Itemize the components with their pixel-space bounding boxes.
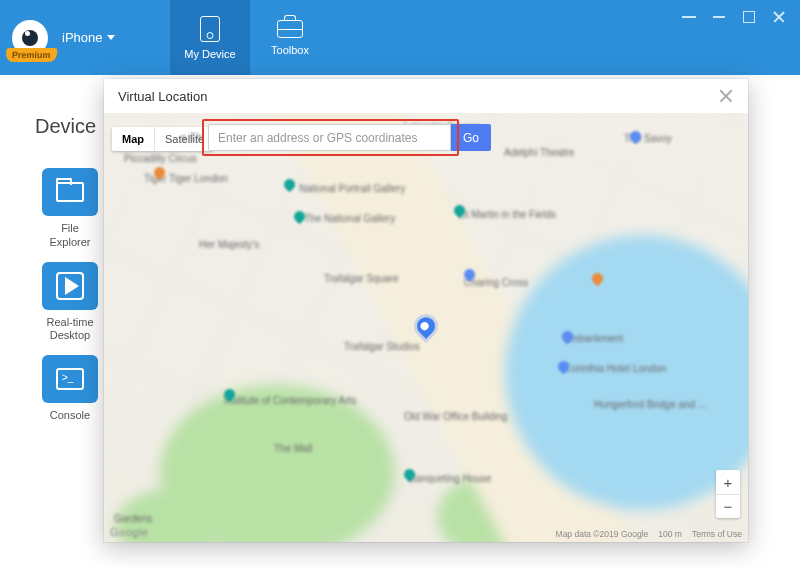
location-search-input[interactable]	[208, 124, 451, 151]
terminal-icon	[42, 355, 98, 403]
map-place-label: The Mall	[274, 443, 312, 454]
shortcut-realtime-desktop[interactable]: Real-timeDesktop	[35, 262, 105, 344]
map-place-label: Gardens	[114, 513, 152, 524]
shortcut-label: FileExplorer	[50, 222, 91, 250]
app-logo: Premium	[12, 20, 48, 56]
premium-badge: Premium	[6, 48, 57, 62]
folder-icon	[42, 168, 98, 216]
map-place-label: Corinthia Hotel London	[564, 363, 666, 374]
logo-area: Premium iPhone	[0, 0, 170, 75]
map-place-label: Trafalgar Studios	[344, 341, 420, 352]
tab-label: Toolbox	[271, 44, 309, 56]
map-provider-logo: Google	[110, 526, 148, 538]
menu-button[interactable]	[682, 10, 696, 24]
shortcut-label: Console	[50, 409, 90, 423]
shortcut-console[interactable]: Console	[35, 355, 105, 423]
map-place-label: Her Majesty's	[199, 239, 259, 250]
tab-label: My Device	[184, 48, 235, 60]
close-icon[interactable]	[718, 88, 734, 104]
app-header: Premium iPhone My Device Toolbox	[0, 0, 800, 75]
modal-header: Virtual Location	[104, 79, 748, 113]
map-decor-text: s Th	[181, 131, 202, 143]
map-place-label: St Martin in the Fields	[459, 209, 556, 220]
map-place-label: Old War Office Building	[404, 411, 507, 422]
map-place-label: Institute of Contemporary Arts	[224, 395, 356, 406]
map-attribution: Map data ©2019 Google 100 m Terms of Use	[556, 529, 742, 539]
tab-toolbox[interactable]: Toolbox	[250, 0, 330, 75]
zoom-out-button[interactable]: −	[716, 494, 740, 518]
zoom-in-button[interactable]: +	[716, 470, 740, 494]
map-place-label: The National Gallery	[304, 213, 395, 224]
device-selector-dropdown[interactable]: iPhone	[62, 30, 115, 45]
map-place-label: Adelphi Theatre	[504, 147, 574, 158]
minimize-button[interactable]	[712, 10, 726, 24]
maximize-button[interactable]	[742, 10, 756, 24]
map-canvas[interactable]: Leicester SquareThe SavoyAdelphi Theatre…	[104, 113, 748, 542]
shortcut-file-explorer[interactable]: FileExplorer	[35, 168, 105, 250]
map-credit-item: 100 m	[658, 529, 682, 539]
close-window-button[interactable]	[772, 10, 786, 24]
map-place-label: Charing Cross	[464, 277, 528, 288]
location-search: Go	[208, 124, 491, 151]
modal-title: Virtual Location	[118, 89, 207, 104]
map-zoom-control: + −	[716, 470, 740, 518]
briefcase-icon	[277, 20, 303, 38]
tablet-icon	[200, 16, 220, 42]
tab-my-device[interactable]: My Device	[170, 0, 250, 75]
shortcut-label: Real-timeDesktop	[46, 316, 93, 344]
map-place-label: Hungerford Bridge and ...	[594, 399, 706, 410]
map-place-label: Trafalgar Square	[324, 273, 399, 284]
map-credit-item[interactable]: Terms of Use	[692, 529, 742, 539]
chevron-down-icon	[107, 35, 115, 40]
map-credit-item: Map data ©2019 Google	[556, 529, 649, 539]
window-controls	[682, 0, 800, 75]
map-place-label: Banqueting House	[409, 473, 491, 484]
virtual-location-modal: Virtual Location Leicester SquareThe Sav…	[104, 79, 748, 542]
main-nav-tabs: My Device Toolbox	[170, 0, 330, 75]
map-type-map[interactable]: Map	[112, 127, 154, 151]
play-icon	[42, 262, 98, 310]
map-place-label: Piccadilly Circus	[124, 153, 197, 164]
map-place-label: National Portrait Gallery	[299, 183, 405, 194]
device-selector-label: iPhone	[62, 30, 102, 45]
go-button[interactable]: Go	[451, 124, 491, 151]
